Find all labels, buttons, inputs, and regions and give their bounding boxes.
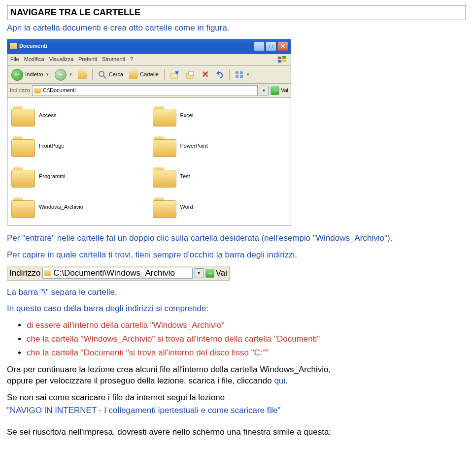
folder-up-icon: [78, 70, 87, 79]
folder-icon: [11, 106, 34, 126]
address-input[interactable]: C:\Documenti: [32, 85, 258, 96]
text: .: [285, 376, 288, 385]
move-to-button[interactable]: [169, 70, 181, 80]
list-item: che la cartella "Documenti "si trova all…: [27, 347, 466, 359]
paragraph: La barra "\" separa le cartelle.: [7, 286, 466, 298]
folder-label: Excel: [180, 112, 194, 119]
menu-visualizza[interactable]: Visualizza: [49, 56, 73, 63]
svg-rect-3: [282, 60, 286, 62]
address-label: Indirizzo: [10, 87, 30, 94]
address-value: C:\Documenti: [43, 87, 76, 94]
list-item: di essere all'interno della cartella "Wi…: [27, 319, 466, 331]
address-bar: Indirizzo C:\Documenti ▾ → Vai: [7, 84, 291, 98]
menu-modifica[interactable]: Modifica: [24, 56, 44, 63]
folder-label: Programmi: [39, 173, 66, 180]
folder-icon: [11, 167, 34, 187]
paragraph: Se non sai come scaricare i file da inte…: [7, 392, 466, 404]
go-button[interactable]: → Vai: [270, 86, 288, 95]
separator: [164, 69, 165, 80]
menu-preferiti[interactable]: Preferiti: [78, 56, 97, 63]
folder-icon: [11, 136, 34, 156]
folder-item-programmi[interactable]: Programmi: [10, 162, 147, 191]
svg-point-4: [99, 71, 104, 76]
svg-rect-2: [278, 60, 281, 63]
search-button[interactable]: Cerca: [97, 70, 125, 80]
chevron-down-icon: ▾: [247, 71, 249, 78]
copy-to-icon: [186, 70, 196, 79]
folder-item-powerpoint[interactable]: PowerPoint: [152, 131, 288, 161]
up-button[interactable]: [76, 70, 88, 80]
folder-item-excel[interactable]: Excel: [152, 101, 288, 130]
folder-label: FrontPage: [39, 142, 64, 150]
svg-rect-1: [282, 56, 286, 59]
text: oppure per velocizzare il proseguo della…: [7, 376, 274, 385]
svg-rect-8: [189, 71, 194, 75]
explorer-window: Documenti _ □ ✕ File Modifica Visualizza…: [7, 39, 291, 225]
menu-help[interactable]: ?: [130, 56, 133, 63]
search-icon: [98, 70, 107, 79]
svg-line-5: [103, 76, 106, 78]
svg-rect-0: [278, 57, 281, 59]
views-button[interactable]: ▾: [234, 70, 251, 79]
menu-file[interactable]: File: [10, 56, 19, 63]
go-icon: →: [205, 269, 214, 278]
folders-label: Cartelle: [140, 71, 159, 78]
search-label: Cerca: [109, 71, 123, 78]
chevron-down-icon: ▾: [69, 71, 72, 78]
folder-item-word[interactable]: Word: [152, 192, 288, 222]
svg-rect-9: [236, 71, 238, 74]
folder-icon: [34, 88, 41, 94]
address-dropdown[interactable]: ▾: [260, 86, 269, 95]
folder-label: Windows_Archivio: [39, 203, 83, 211]
go-icon: →: [270, 86, 279, 95]
folder-label: PowerPoint: [180, 142, 208, 150]
copy-to-button[interactable]: [184, 70, 197, 80]
window-title: Documenti: [19, 42, 251, 50]
delete-button[interactable]: ✕: [200, 68, 210, 81]
folders-button[interactable]: Cartelle: [128, 70, 160, 80]
folder-list: Access Excel FrontPage PowerPoint Progra…: [7, 98, 291, 225]
address-dropdown[interactable]: ▾: [195, 268, 203, 278]
folder-icon: [153, 197, 175, 217]
arrow-right-icon: →: [55, 69, 67, 81]
folder-item-test[interactable]: Test: [152, 162, 288, 191]
svg-rect-11: [236, 75, 238, 78]
address-value: C:\Documenti\Windows_Archivio: [53, 267, 175, 279]
window-titlebar[interactable]: Documenti _ □ ✕: [7, 39, 291, 54]
address-label: Indirizzo: [9, 267, 40, 279]
windows-flag-icon: [277, 55, 288, 64]
folder-label: Test: [180, 173, 190, 180]
address-input[interactable]: C:\Documenti\Windows_Archivio: [42, 268, 192, 279]
separator: [229, 69, 230, 80]
go-label: Vai: [216, 267, 227, 279]
close-button[interactable]: ✕: [277, 41, 288, 51]
window-controls: _ □ ✕: [254, 41, 288, 51]
move-to-icon: [170, 70, 180, 79]
paragraph: Se sei riuscito/a nell'impresa, dovresti…: [7, 426, 466, 438]
paragraph: Per "entrare" nelle cartelle fai un dopp…: [7, 232, 466, 244]
undo-icon: [215, 71, 224, 79]
page-title: NAVIGARE TRA LE CARTELLE: [7, 5, 466, 20]
menu-strumenti[interactable]: Strumenti: [102, 56, 125, 63]
folder-label: Access: [39, 112, 56, 119]
paragraph: Ora per continuare la lezione crea alcun…: [7, 364, 466, 387]
link-lesson[interactable]: "NAVIGO IN INTERNET - I collegamenti ipe…: [7, 405, 466, 416]
svg-rect-6: [170, 73, 177, 78]
subtitle: Apri la cartella documenti e crea otto c…: [7, 22, 466, 34]
go-button[interactable]: → Vai: [205, 267, 227, 279]
folder-icon: [153, 136, 175, 156]
minimize-button[interactable]: _: [254, 41, 265, 51]
link-qui[interactable]: qui: [274, 376, 285, 385]
folder-item-windows-archivio[interactable]: Windows_Archivio: [10, 192, 147, 222]
forward-button[interactable]: → ▾: [53, 68, 73, 81]
folder-item-frontpage[interactable]: FrontPage: [10, 131, 147, 161]
views-icon: [235, 71, 244, 79]
maximize-button[interactable]: □: [266, 41, 276, 51]
separator: [92, 69, 93, 80]
paragraph: Per capire in quale cartella ti trovi, t…: [7, 249, 466, 261]
undo-button[interactable]: [213, 70, 225, 79]
back-button[interactable]: ← Indietro ▾: [10, 68, 50, 81]
folder-item-access[interactable]: Access: [10, 101, 147, 130]
go-label: Vai: [281, 87, 288, 94]
address-bar-2: Indirizzo C:\Documenti\Windows_Archivio …: [7, 266, 230, 281]
